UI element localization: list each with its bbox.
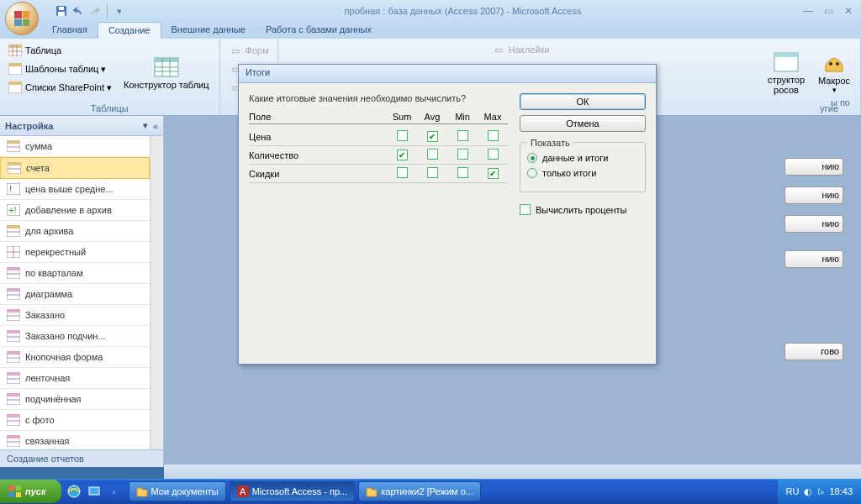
nav-item-label: для архива <box>25 226 73 236</box>
task-documents[interactable]: Мои документы <box>129 481 226 501</box>
query-icon <box>773 48 800 75</box>
svg-rect-33 <box>7 225 20 228</box>
query-icon <box>7 392 20 406</box>
nav-collapse-icon[interactable]: « <box>153 121 158 131</box>
nav-item[interactable]: с фото <box>0 410 150 431</box>
tab-dbtools[interactable]: Работа с базами данных <box>256 22 382 39</box>
save-icon[interactable] <box>54 3 69 18</box>
svg-rect-48 <box>7 330 20 333</box>
bg-button[interactable]: гово <box>784 343 843 360</box>
bg-button[interactable]: нию <box>784 250 843 268</box>
nav-scrollbar[interactable] <box>150 136 163 449</box>
windows-icon <box>8 485 22 498</box>
nav-item-label: Кнопочная форма <box>25 352 103 362</box>
query-icon <box>7 139 20 153</box>
nav-item-label: Заказано <box>25 310 65 320</box>
checkbox[interactable] <box>397 130 408 141</box>
nav-item[interactable]: диаграмма <box>0 284 150 305</box>
svg-rect-19 <box>774 53 798 57</box>
close-button[interactable]: ✕ <box>839 4 858 18</box>
dialog-question: Какие итоговые значения необходимо вычис… <box>249 93 508 103</box>
nav-item[interactable]: для архива <box>0 221 150 242</box>
show-legend: Показать <box>527 138 573 148</box>
nav-item[interactable]: ленточная <box>0 368 150 389</box>
group-tables-title: Таблицы <box>5 103 214 113</box>
tray-icon[interactable]: ◐ <box>804 486 812 497</box>
sharepoint-label: Списки SharePoint ▾ <box>25 82 112 93</box>
nav-item[interactable]: Заказано подчин... <box>0 326 150 347</box>
svg-rect-26 <box>8 162 21 165</box>
tray-icon[interactable]: ⟨₀ <box>817 487 824 496</box>
checkbox[interactable] <box>457 167 468 178</box>
checkbox[interactable] <box>427 167 438 178</box>
undo-icon[interactable] <box>71 3 86 18</box>
bg-button[interactable]: нию <box>784 215 843 233</box>
minimize-button[interactable]: — <box>799 4 817 18</box>
bg-button[interactable]: нию <box>784 186 843 204</box>
bg-button[interactable]: нию <box>784 158 843 176</box>
svg-point-20 <box>829 62 832 66</box>
table-templates-button[interactable]: Шаблоны таблиц ▾ <box>5 60 115 78</box>
ie-icon[interactable] <box>65 482 83 501</box>
sharepoint-button[interactable]: Списки SharePoint ▾ <box>5 78 115 97</box>
form-button[interactable]: ▭Форм <box>225 41 272 60</box>
nav-item[interactable]: счета <box>0 157 150 179</box>
field-name: Цена <box>249 132 387 142</box>
nav-dropdown-icon[interactable]: ▾ <box>143 120 148 131</box>
checkbox[interactable] <box>427 149 438 160</box>
checkbox[interactable] <box>397 167 408 178</box>
percent-checkbox[interactable]: Вычислить проценты <box>520 204 646 215</box>
checkbox[interactable] <box>457 149 468 160</box>
checkbox[interactable]: ✔ <box>427 131 438 142</box>
tab-home[interactable]: Главная <box>42 22 98 39</box>
radio-data-and-totals[interactable]: данные и итоги <box>527 153 638 163</box>
query-icon <box>7 434 20 448</box>
query-constructor-button[interactable]: структор росов <box>763 41 810 102</box>
radio-icon <box>527 168 537 178</box>
chevron-right-icon[interactable]: › <box>105 482 124 501</box>
checkbox[interactable] <box>488 130 499 141</box>
nav-item[interactable]: подчинённая <box>0 389 150 410</box>
checkbox-icon <box>520 204 531 215</box>
nav-item[interactable]: по кварталам <box>0 263 150 284</box>
nav-item[interactable]: перекрестный <box>0 242 150 263</box>
totals-row: Количество✔ <box>249 146 508 165</box>
nav-item[interactable]: !цена выше средне... <box>0 179 150 200</box>
nav-item[interactable]: Кнопочная форма <box>0 347 150 368</box>
tab-external[interactable]: Внешние данные <box>161 22 256 39</box>
nav-item[interactable]: сумма <box>0 136 150 157</box>
nav-title: Настройка <box>5 121 143 131</box>
desktop-icon[interactable] <box>85 482 103 501</box>
maximize-button[interactable]: ▭ <box>819 4 837 18</box>
qat-dropdown-icon[interactable]: ▾ <box>112 3 127 18</box>
query-icon: +! <box>7 203 20 217</box>
start-button[interactable]: пуск <box>0 480 61 503</box>
nav-item[interactable]: Заказано <box>0 305 150 326</box>
redo-icon[interactable] <box>87 3 103 18</box>
nav-item[interactable]: +!добавление в архив <box>0 200 150 221</box>
checkbox[interactable] <box>457 130 468 141</box>
clock: 18:43 <box>829 486 853 496</box>
tab-create[interactable]: Создание <box>98 22 161 39</box>
query-icon <box>7 245 20 259</box>
office-button[interactable] <box>5 2 39 35</box>
task-images[interactable]: картинки2 [Режим о... <box>358 481 481 501</box>
table-button[interactable]: Таблица <box>5 41 115 60</box>
task-access[interactable]: AMicrosoft Access - пр... <box>230 481 356 501</box>
query-icon <box>7 371 20 385</box>
checkbox[interactable] <box>488 149 499 160</box>
labels-button[interactable]: ▭Наклейки <box>489 40 553 59</box>
macro-icon <box>821 49 848 76</box>
sharepoint-icon <box>8 81 22 94</box>
checkbox[interactable]: ✔ <box>488 168 499 179</box>
col-min: Min <box>447 112 478 122</box>
checkbox[interactable]: ✔ <box>397 150 408 160</box>
nav-item[interactable]: связанная <box>0 431 150 449</box>
macro-button[interactable]: Макрос▾ <box>813 41 855 102</box>
table-design-button[interactable]: Конструктор таблиц <box>119 41 214 102</box>
templates-label: Шаблоны таблиц ▾ <box>25 64 106 75</box>
cancel-button[interactable]: Отмена <box>520 115 646 132</box>
lang-indicator[interactable]: RU <box>786 486 800 496</box>
radio-only-totals[interactable]: только итоги <box>527 168 638 178</box>
ok-button[interactable]: ОК <box>520 93 646 110</box>
